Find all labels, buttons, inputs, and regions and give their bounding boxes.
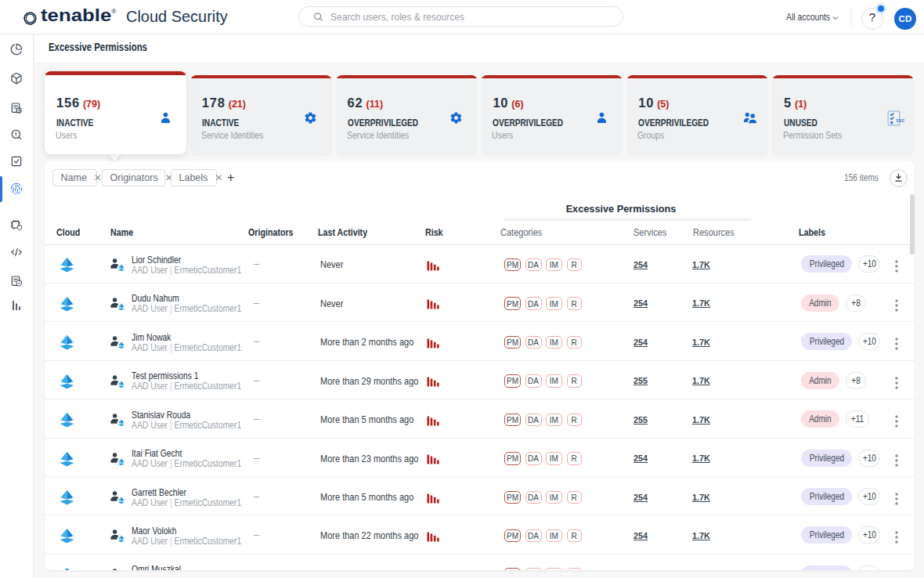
svg-text:SSO: SSO — [896, 118, 904, 123]
